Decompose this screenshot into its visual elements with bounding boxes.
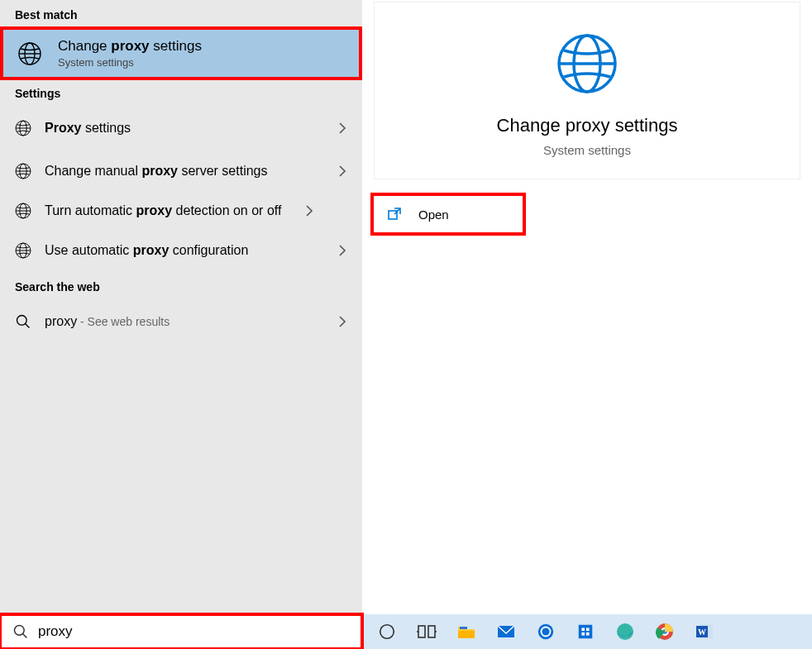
- dell-icon[interactable]: [526, 614, 566, 649]
- preview-pane: Change proxy settings System settings Op…: [362, 0, 812, 614]
- best-match-text: Change proxy settings System settings: [58, 38, 202, 69]
- svg-rect-37: [586, 628, 590, 631]
- settings-result-auto-config[interactable]: Use automatic proxy configuration: [0, 229, 362, 272]
- globe-icon: [13, 161, 33, 181]
- result-label: Proxy settings: [45, 120, 334, 137]
- svg-text:W: W: [698, 628, 706, 637]
- word-icon[interactable]: W: [685, 614, 724, 649]
- svg-point-22: [15, 626, 25, 636]
- svg-point-15: [17, 316, 27, 326]
- settings-results-list: Proxy settings Change manual proxy serve…: [0, 107, 362, 272]
- cortana-icon[interactable]: [367, 614, 407, 649]
- svg-point-40: [617, 623, 633, 640]
- svg-line-23: [23, 634, 27, 638]
- svg-rect-30: [460, 627, 467, 629]
- task-view-icon[interactable]: [407, 614, 447, 649]
- preview-card: Change proxy settings System settings: [374, 2, 800, 179]
- svg-rect-38: [581, 632, 585, 636]
- svg-rect-25: [418, 626, 425, 637]
- svg-rect-39: [586, 632, 590, 636]
- file-explorer-icon[interactable]: [447, 614, 486, 649]
- globe-icon: [13, 201, 33, 221]
- globe-icon: [554, 31, 620, 97]
- settings-result-auto-detection[interactable]: Turn automatic proxy detection on or off: [0, 193, 362, 229]
- settings-header: Settings: [0, 79, 362, 107]
- svg-rect-29: [458, 631, 475, 638]
- taskbar: W: [0, 614, 812, 649]
- chevron-right-icon: [334, 315, 351, 328]
- svg-rect-36: [581, 628, 585, 631]
- open-label: Open: [418, 208, 449, 222]
- svg-rect-35: [579, 625, 593, 639]
- search-icon: [12, 623, 30, 641]
- search-box[interactable]: [0, 614, 362, 649]
- preview-title: Change proxy settings: [375, 115, 800, 136]
- globe-icon: [15, 39, 45, 69]
- search-results-pane: Best match Change proxy settings System …: [0, 0, 362, 614]
- svg-point-34: [542, 628, 549, 635]
- mail-icon[interactable]: [486, 614, 526, 649]
- taskbar-icons: W: [362, 614, 812, 649]
- globe-icon: [13, 241, 33, 260]
- preview-subtitle: System settings: [375, 143, 800, 157]
- edge-icon[interactable]: [605, 614, 645, 649]
- bm-title-pre: Change: [58, 38, 111, 54]
- result-label: Use automatic proxy configuration: [45, 242, 334, 260]
- result-label: Change manual proxy server settings: [45, 163, 334, 180]
- app-icon[interactable]: [566, 614, 605, 649]
- bm-title-post: settings: [150, 38, 202, 54]
- svg-rect-26: [428, 626, 435, 637]
- open-external-icon: [387, 207, 402, 222]
- bm-title-bold: proxy: [111, 38, 149, 54]
- chevron-right-icon: [334, 244, 351, 257]
- search-icon: [13, 312, 33, 332]
- svg-point-24: [380, 625, 394, 639]
- bm-subtitle: System settings: [58, 56, 202, 69]
- settings-result-proxy-settings[interactable]: Proxy settings: [0, 107, 362, 150]
- search-input[interactable]: [38, 623, 362, 640]
- result-label: proxy - See web results: [45, 313, 334, 331]
- chevron-right-icon: [301, 204, 318, 217]
- search-web-header: Search the web: [0, 272, 362, 300]
- globe-icon: [13, 118, 33, 138]
- chrome-icon[interactable]: [645, 614, 685, 649]
- result-label: Turn automatic proxy detection on or off: [45, 203, 301, 220]
- chevron-right-icon: [334, 122, 351, 135]
- open-button[interactable]: Open: [374, 196, 523, 232]
- chevron-right-icon: [334, 165, 351, 178]
- best-match-result[interactable]: Change proxy settings System settings: [2, 28, 361, 79]
- best-match-header: Best match: [0, 0, 362, 28]
- web-result-proxy[interactable]: proxy - See web results: [0, 300, 362, 343]
- svg-line-16: [26, 324, 30, 328]
- settings-result-manual-proxy[interactable]: Change manual proxy server settings: [0, 150, 362, 193]
